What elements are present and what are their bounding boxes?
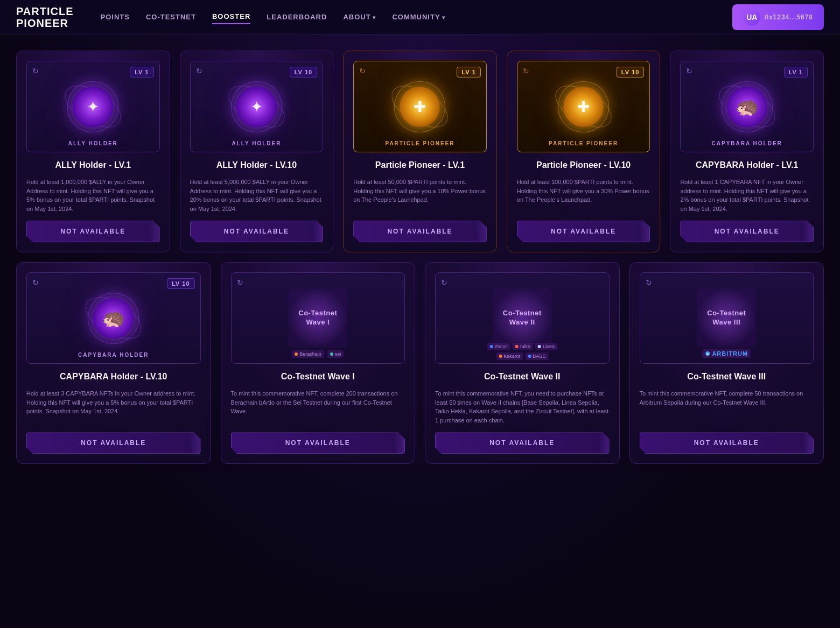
navigation: PARTICLE PIONEER POINTS CO-TESTNET BOOST… [0, 0, 840, 34]
nft-orb: 🦔 [727, 87, 767, 127]
refresh-icon: ↻ [237, 278, 243, 287]
connect-button[interactable]: UA 0x1234...5678 [732, 4, 824, 30]
card-title: Co-Testnet Wave II [435, 371, 610, 382]
nav-leaderboard[interactable]: LEADERBOARD [267, 10, 327, 24]
chain-base: BASE [525, 352, 548, 360]
refresh-icon: ↻ [441, 278, 447, 287]
refresh-icon: ↻ [32, 278, 39, 287]
card-desc: To mint this commemorative NFT, you need… [435, 389, 610, 425]
card-desc: Hold at least 1 CAPYBARA NFT in your Own… [680, 178, 814, 213]
chain-kakarot: Kakarot [496, 352, 523, 360]
chain-dot [528, 355, 531, 358]
card-title: Particle Pioneer - LV.1 [353, 160, 487, 170]
chain-zircuit: Zircuit [487, 343, 510, 350]
card-image-label: PARTICLE PIONEER [354, 140, 486, 146]
nft-icon: ✦ [250, 98, 263, 116]
not-available-button[interactable]: NOT AVAILABLE [435, 432, 610, 454]
card-title: Co-Testnet Wave I [231, 371, 405, 382]
chain-dot [489, 345, 493, 348]
nft-orb: 🦔 [93, 298, 134, 338]
not-available-button[interactable]: NOT AVAILABLE [231, 432, 405, 454]
not-available-button[interactable]: NOT AVAILABLE [640, 432, 814, 454]
refresh-icon: ↻ [32, 67, 39, 75]
card-title: CAPYBARA Holder - LV.1 [680, 160, 814, 170]
chain-dot [515, 345, 519, 348]
card-particle-lv1: ↻ LV 1 ✚ PARTICLE PIONEER Particle Pione… [343, 51, 497, 252]
card-particle-lv10: ↻ LV 10 ✚ PARTICLE PIONEER Particle Pion… [507, 51, 661, 252]
nav-about[interactable]: ABOUT [343, 10, 376, 24]
card-capybara-lv10: ↻ LV 10 🦔 CAPYBARA HOLDER CAPYBARA Holde… [16, 262, 211, 464]
not-available-button[interactable]: NOT AVAILABLE [680, 221, 814, 242]
card-image-label: CAPYBARA HOLDER [27, 352, 200, 358]
card-ally-lv1: ↻ LV 1 ✦ ALLY HOLDER ALLY Holder - LV.1 … [16, 51, 170, 252]
nft-visual: ✚ [396, 82, 444, 131]
cards-row-2: ↻ LV 10 🦔 CAPYBARA HOLDER CAPYBARA Holde… [16, 262, 824, 464]
card-title: CAPYBARA Holder - LV.10 [26, 371, 201, 382]
chain-dot [330, 352, 333, 356]
chain-sei: sei [327, 350, 344, 358]
nft-icon: ✚ [414, 98, 426, 116]
level-badge: LV 10 [167, 278, 195, 289]
card-title: ALLY Holder - LV.10 [190, 160, 324, 170]
card-image-ally-lv10: ↻ LV 10 ✦ ALLY HOLDER [190, 61, 324, 152]
card-image-label: ALLY HOLDER [191, 140, 323, 146]
chain-logos: A ARBITRUM [702, 349, 751, 358]
nav-cotestnet[interactable]: CO-TESTNET [146, 10, 196, 24]
card-cotestnet-wave3: ↻ Co-TestnetWave III A ARBITRUM Co-Testn… [629, 262, 824, 464]
not-available-button[interactable]: NOT AVAILABLE [26, 432, 201, 454]
cotestnet-glow [288, 288, 347, 348]
card-desc: Hold at least 1,000,000 $ALLY in your Ow… [26, 178, 160, 213]
chain-dot [538, 345, 541, 348]
not-available-button[interactable]: NOT AVAILABLE [26, 221, 160, 242]
card-title: ALLY Holder - LV.1 [26, 160, 160, 170]
card-desc: Hold at least 3 CAPYBARA NFTs in your Ow… [26, 389, 201, 425]
nav-points[interactable]: POINTS [101, 10, 130, 24]
chain-arbitrum: A ARBITRUM [702, 349, 751, 358]
card-image-cotestnet-wave3: ↻ Co-TestnetWave III A ARBITRUM [640, 272, 814, 364]
card-image-particle-lv10: ↻ LV 10 ✚ PARTICLE PIONEER [517, 61, 650, 152]
nav-booster[interactable]: BOOSTER [212, 10, 250, 24]
card-cotestnet-wave1: ↻ Co-TestnetWave I Berachain sei Co- [221, 262, 416, 464]
card-image-particle-lv1: ↻ LV 1 ✚ PARTICLE PIONEER [353, 61, 487, 152]
cotestnet-visual: Co-TestnetWave II [493, 288, 552, 348]
nft-icon: ✦ [87, 98, 99, 116]
chain-logos: Zircuit taiko Linea Kakarot [479, 343, 565, 360]
cards-row-1: ↻ LV 1 ✦ ALLY HOLDER ALLY Holder - LV.1 … [16, 51, 824, 252]
refresh-icon: ↻ [646, 278, 652, 287]
card-desc: To mint this commemorative NFT, complete… [640, 389, 814, 425]
level-badge: LV 10 [290, 67, 318, 77]
card-ally-lv10: ↻ LV 10 ✦ ALLY HOLDER ALLY Holder - LV.1… [180, 51, 334, 252]
nft-visual: ✚ [559, 82, 608, 131]
card-desc: Hold at least 5,000,000 $ALLY in your Ow… [190, 178, 324, 213]
nft-visual: ✦ [232, 82, 281, 131]
not-available-button[interactable]: NOT AVAILABLE [353, 221, 487, 242]
card-image-label: PARTICLE PIONEER [517, 140, 650, 146]
refresh-icon: ↻ [686, 67, 692, 75]
cotestnet-visual: Co-TestnetWave I [288, 288, 347, 348]
user-address: 0x1234...5678 [765, 13, 813, 21]
not-available-button[interactable]: NOT AVAILABLE [517, 221, 650, 242]
chain-dot [499, 355, 502, 358]
level-badge: LV 10 [617, 67, 645, 77]
cotestnet-glow [697, 288, 756, 348]
chain-logos: Berachain sei [292, 350, 344, 358]
not-available-button[interactable]: NOT AVAILABLE [190, 221, 324, 242]
nav-links: POINTS CO-TESTNET BOOSTER LEADERBOARD AB… [101, 10, 733, 24]
cotestnet-visual: Co-TestnetWave III [697, 288, 756, 348]
arbitrum-label: ARBITRUM [712, 350, 748, 357]
logo: PARTICLE PIONEER [16, 5, 74, 29]
card-image-capybara-lv1: ↻ LV 1 🦔 CAPYBARA HOLDER [680, 61, 814, 152]
nft-orb: ✦ [236, 87, 277, 127]
card-capybara-lv1: ↻ LV 1 🦔 CAPYBARA HOLDER CAPYBARA Holder… [670, 51, 824, 252]
nav-community[interactable]: COMMUNITY [392, 10, 445, 24]
nft-visual: 🦔 [723, 82, 771, 131]
card-image-cotestnet-wave2: ↻ Co-TestnetWave II Zircuit taiko [435, 272, 610, 364]
card-cotestnet-wave2: ↻ Co-TestnetWave II Zircuit taiko [425, 262, 620, 464]
cotestnet-glow [493, 288, 552, 348]
nft-icon: ✚ [577, 98, 590, 116]
nft-orb: ✚ [400, 87, 440, 127]
chain-taiko: taiko [513, 343, 533, 350]
nav-right: UA 0x1234...5678 [732, 4, 824, 30]
refresh-icon: ↻ [523, 67, 529, 75]
refresh-icon: ↻ [196, 67, 202, 75]
